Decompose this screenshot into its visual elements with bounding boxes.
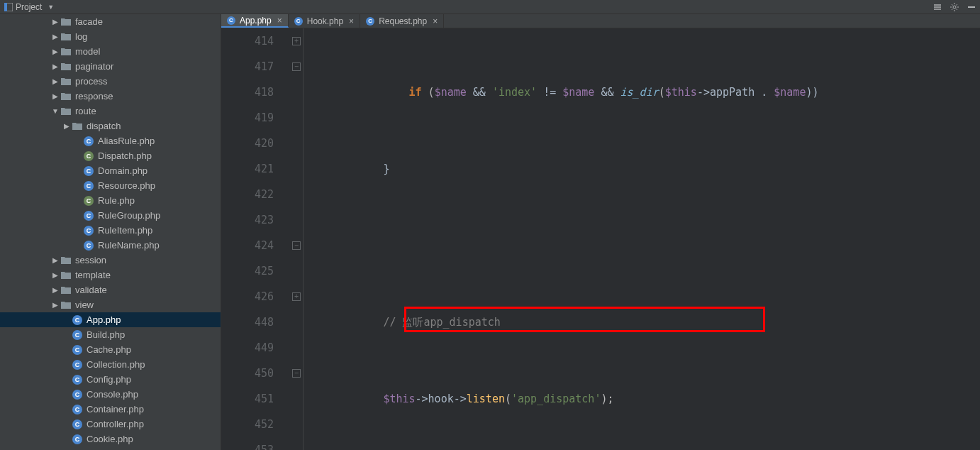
code-editor[interactable]: 4144174184194204214224234244254264484494… — [221, 28, 980, 450]
tab-label: Request.php — [379, 16, 427, 26]
tree-item-domain-php[interactable]: Domain.php — [0, 163, 221, 178]
tree-arrow-icon[interactable] — [50, 271, 61, 279]
tree-item-rulename-php[interactable]: RuleName.php — [0, 238, 221, 253]
project-tree[interactable]: facadelogmodelpaginatorprocessresponsero… — [0, 14, 221, 450]
tree-item-route[interactable]: route — [0, 104, 221, 119]
folder-icon — [61, 300, 71, 310]
tree-item-label: process — [75, 76, 218, 87]
project-view-icon[interactable] — [4, 3, 13, 11]
close-icon[interactable]: × — [349, 16, 354, 26]
tree-item-dispatch-php[interactable]: Dispatch.php — [0, 148, 221, 163]
tree-item-session[interactable]: session — [0, 253, 221, 268]
tree-item-container-php[interactable]: Container.php — [0, 402, 221, 417]
php-class-icon — [366, 17, 374, 26]
line-number: 453 — [221, 437, 274, 450]
close-icon[interactable]: × — [277, 16, 282, 26]
project-dropdown[interactable]: Project — [16, 2, 42, 12]
folder-icon — [72, 121, 82, 131]
tree-item-response[interactable]: response — [0, 89, 221, 104]
tree-item-app-php[interactable]: App.php — [0, 312, 221, 327]
tree-item-console-php[interactable]: Console.php — [0, 387, 221, 402]
php-class-icon — [72, 390, 82, 400]
folder-icon — [61, 256, 71, 265]
tree-item-collection-php[interactable]: Collection.php — [0, 357, 221, 372]
fold-collapse-icon[interactable]: − — [292, 62, 301, 71]
tree-item-facade[interactable]: facade — [0, 14, 221, 29]
tree-arrow-icon[interactable] — [50, 301, 61, 309]
tree-item-label: Domain.php — [98, 165, 218, 176]
tree-item-cookie-php[interactable]: Cookie.php — [0, 432, 221, 446]
svg-rect-1 — [4, 3, 7, 11]
code-line: // 监听app_dispatch — [306, 309, 980, 335]
fold-expand-icon[interactable]: + — [292, 292, 301, 301]
tree-item-label: Cache.php — [87, 344, 218, 355]
tab-label: Hook.php — [307, 16, 343, 26]
tree-item-log[interactable]: log — [0, 29, 221, 44]
tree-arrow-icon[interactable] — [50, 48, 61, 55]
svg-point-2 — [953, 6, 956, 9]
tree-arrow-icon[interactable] — [50, 107, 61, 115]
fold-strip[interactable]: + − − + − — [289, 28, 304, 450]
tree-item-label: model — [75, 46, 218, 57]
php-class-icon — [72, 315, 82, 325]
tree-item-dispatch[interactable]: dispatch — [0, 119, 221, 133]
tree-arrow-icon[interactable] — [50, 256, 61, 264]
tree-arrow-icon[interactable] — [61, 122, 72, 130]
fold-expand-icon[interactable]: + — [292, 37, 301, 45]
tree-arrow-icon[interactable] — [50, 33, 61, 40]
tree-item-config-php[interactable]: Config.php — [0, 372, 221, 387]
tree-item-rule-php[interactable]: Rule.php — [0, 193, 221, 208]
tree-item-model[interactable]: model — [0, 44, 221, 59]
close-icon[interactable]: × — [433, 16, 438, 26]
tree-item-label: App.php — [87, 314, 218, 325]
php-class-icon — [84, 136, 94, 146]
code-line: } — [306, 156, 980, 182]
settings-toggle-icon[interactable] — [933, 3, 942, 11]
top-toolbar: Project ▼ — [0, 0, 980, 14]
tree-item-template[interactable]: template — [0, 268, 221, 282]
tree-arrow-icon[interactable] — [50, 18, 61, 26]
tree-item-view[interactable]: view — [0, 297, 221, 312]
tree-item-process[interactable]: process — [0, 74, 221, 89]
tree-arrow-icon[interactable] — [50, 62, 61, 70]
tree-item-cache-php[interactable]: Cache.php — [0, 342, 221, 357]
tree-item-validate[interactable]: validate — [0, 282, 221, 297]
tree-arrow-icon[interactable] — [50, 77, 61, 85]
tab-request-php[interactable]: Request.php× — [360, 14, 444, 28]
tree-item-build-php[interactable]: Build.php — [0, 327, 221, 342]
tree-item-aliasrule-php[interactable]: AliasRule.php — [0, 133, 221, 148]
tree-item-label: Console.php — [87, 389, 218, 400]
fold-collapse-icon[interactable]: − — [292, 369, 301, 378]
minimize-icon[interactable] — [967, 3, 976, 11]
php-class-icon — [84, 211, 94, 221]
fold-collapse-icon[interactable]: − — [292, 241, 301, 250]
tree-item-label: Build.php — [87, 329, 218, 340]
line-number: 425 — [221, 258, 274, 284]
tree-arrow-icon[interactable] — [50, 92, 61, 100]
code-line — [306, 233, 980, 258]
php-class-icon — [84, 241, 94, 251]
php-class-icon — [84, 151, 94, 161]
tree-item-label: facade — [75, 16, 218, 27]
php-class-icon — [84, 226, 94, 236]
tree-arrow-icon[interactable] — [50, 286, 61, 294]
gutter: 4144174184194204214224234244254264484494… — [221, 28, 289, 450]
tab-app-php[interactable]: App.php× — [221, 14, 289, 28]
code-area[interactable]: if ($name && 'index' != $name && is_dir(… — [304, 28, 980, 450]
tree-item-controller-php[interactable]: Controller.php — [0, 417, 221, 432]
tree-item-ruleitem-php[interactable]: RuleItem.php — [0, 223, 221, 238]
line-number: 419 — [221, 105, 274, 131]
gear-icon[interactable] — [950, 3, 959, 11]
tab-hook-php[interactable]: Hook.php× — [289, 14, 360, 28]
tree-item-label: Rule.php — [98, 195, 218, 206]
tree-item-rulegroup-php[interactable]: RuleGroup.php — [0, 208, 221, 223]
line-number: 420 — [221, 131, 274, 156]
folder-icon — [61, 47, 71, 57]
php-class-icon — [227, 16, 235, 25]
tree-item-label: Resource.php — [98, 180, 218, 191]
tree-item-resource-php[interactable]: Resource.php — [0, 178, 221, 193]
tree-item-label: view — [75, 300, 218, 310]
folder-icon — [61, 285, 71, 295]
folder-icon — [61, 92, 71, 101]
tree-item-paginator[interactable]: paginator — [0, 59, 221, 74]
